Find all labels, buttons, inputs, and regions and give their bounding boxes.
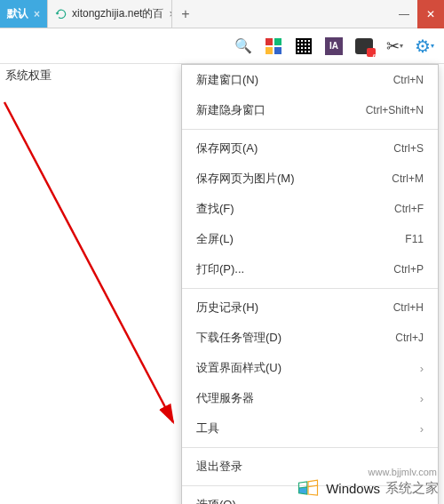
menu-item-shortcut: Ctrl+M xyxy=(392,172,424,185)
svg-line-0 xyxy=(4,102,173,422)
notification-icon xyxy=(355,38,373,54)
gear-icon: ⚙ xyxy=(415,36,431,57)
menu-item-label: 工具 xyxy=(196,420,219,436)
menu-item-shortcut: Ctrl+H xyxy=(393,301,424,314)
menu-item[interactable]: 查找(F)Ctrl+F xyxy=(182,194,438,224)
windows-logo-icon xyxy=(296,476,321,500)
menu-item[interactable]: 历史记录(H)Ctrl+H xyxy=(182,292,438,323)
qr-button[interactable] xyxy=(293,36,314,57)
menu-separator xyxy=(182,447,438,448)
settings-dropdown-menu: 新建窗口(N)Ctrl+N新建隐身窗口Ctrl+Shift+N保存网页(A)Ct… xyxy=(181,64,439,504)
tab-second[interactable]: xitongzhijia.net的百 × xyxy=(48,0,172,28)
menu-separator xyxy=(182,288,438,289)
menu-item-label: 代理服务器 xyxy=(196,390,254,406)
close-icon[interactable]: × xyxy=(34,8,40,20)
menu-item[interactable]: 新建窗口(N)Ctrl+N xyxy=(182,65,438,95)
tab-label: xitongzhijia.net的百 xyxy=(72,6,163,21)
menu-item-label: 查找(F) xyxy=(196,201,234,217)
apps-icon xyxy=(266,38,281,54)
menu-item-shortcut: F11 xyxy=(405,233,424,245)
new-tab-button[interactable]: + xyxy=(172,0,199,28)
menu-item-shortcut: Ctrl+Shift+N xyxy=(366,104,424,116)
search-icon: 🔍 xyxy=(234,37,252,54)
chevron-down-icon: ▾ xyxy=(431,42,434,50)
menu-item-shortcut: Ctrl+N xyxy=(393,74,424,86)
menu-item[interactable]: 代理服务器› xyxy=(182,383,438,413)
notification-badge: 6 xyxy=(373,52,377,60)
menu-item-shortcut: Ctrl+F xyxy=(394,203,424,215)
menu-item-label: 保存网页为图片(M) xyxy=(196,171,295,187)
chevron-right-icon: › xyxy=(420,392,424,405)
tab-bar: 默认 × xitongzhijia.net的百 × + — ✕ xyxy=(0,0,444,28)
watermark-brand: Windows xyxy=(326,481,380,496)
menu-item[interactable]: 保存网页(A)Ctrl+S xyxy=(182,133,438,164)
tab-label: 默认 xyxy=(7,6,28,21)
menu-item[interactable]: 工具› xyxy=(182,413,438,444)
window-controls: — ✕ xyxy=(391,0,444,28)
refresh-icon xyxy=(55,8,67,20)
scissors-icon: ✂ xyxy=(386,36,400,56)
plus-icon: + xyxy=(181,6,189,22)
menu-item-label: 新建隐身窗口 xyxy=(196,102,266,118)
chevron-right-icon: › xyxy=(420,362,424,375)
chevron-right-icon: › xyxy=(420,422,424,436)
apps-button[interactable] xyxy=(263,36,284,57)
ia-icon: IA xyxy=(325,37,343,55)
menu-item[interactable]: 打印(P)...Ctrl+P xyxy=(182,254,438,284)
watermark-sub: 系统之家 xyxy=(385,480,439,497)
menu-item-label: 新建窗口(N) xyxy=(196,72,258,88)
menu-separator xyxy=(182,129,438,130)
menu-item-label: 保存网页(A) xyxy=(196,140,258,156)
qr-icon xyxy=(296,38,312,54)
tab-active[interactable]: 默认 × xyxy=(0,0,48,28)
menu-item-label: 全屏(L) xyxy=(196,231,234,247)
notification-button[interactable]: 6 xyxy=(353,36,375,57)
menu-item-label: 选项(O) xyxy=(196,497,236,504)
menu-item[interactable]: 下载任务管理(D)Ctrl+J xyxy=(182,323,438,353)
menu-item-label: 历史记录(H) xyxy=(196,300,258,316)
minimize-button[interactable]: — xyxy=(391,0,417,28)
screenshot-button[interactable]: ✂▾ xyxy=(384,36,405,57)
menu-item[interactable]: 新建隐身窗口Ctrl+Shift+N xyxy=(182,95,438,125)
menu-item-label: 设置界面样式(U) xyxy=(196,360,281,376)
chevron-down-icon: ▾ xyxy=(400,42,403,50)
tab-spacer xyxy=(199,0,391,28)
menu-item[interactable]: 设置界面样式(U)› xyxy=(182,353,438,383)
search-button[interactable]: 🔍 xyxy=(233,36,254,57)
page-heading: 系统权重 xyxy=(0,64,57,87)
menu-item-shortcut: Ctrl+P xyxy=(393,263,424,276)
menu-item-label: 退出登录 xyxy=(196,459,242,475)
settings-menu-button[interactable]: ⚙▾ xyxy=(414,36,435,57)
toolbar: 🔍 IA 6 ✂▾ ⚙▾ xyxy=(0,28,444,64)
watermark: Windows 系统之家 xyxy=(296,476,439,500)
menu-item[interactable]: 全屏(L)F11 xyxy=(182,224,438,254)
menu-item-label: 打印(P)... xyxy=(196,261,244,277)
annotation-arrow xyxy=(0,71,195,436)
menu-item[interactable]: 保存网页为图片(M)Ctrl+M xyxy=(182,164,438,194)
ia-button[interactable]: IA xyxy=(323,36,345,57)
close-window-button[interactable]: ✕ xyxy=(417,0,444,28)
menu-item-shortcut: Ctrl+S xyxy=(393,142,424,155)
menu-item-label: 下载任务管理(D) xyxy=(196,330,281,346)
menu-item-shortcut: Ctrl+J xyxy=(395,332,424,344)
